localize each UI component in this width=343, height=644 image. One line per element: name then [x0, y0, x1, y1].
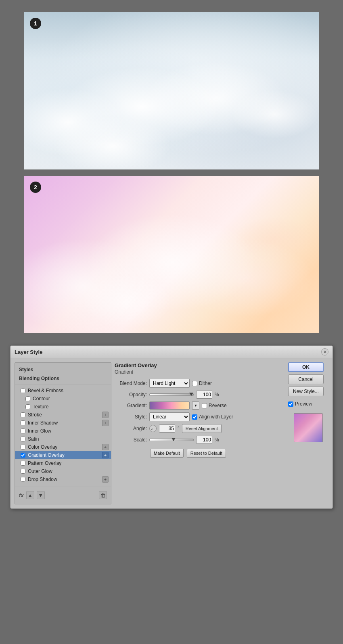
- scale-thumb: [172, 438, 176, 441]
- scale-input[interactable]: [196, 436, 212, 444]
- angle-unit: °: [178, 426, 180, 431]
- inner-shadow-plus-btn[interactable]: +: [102, 420, 109, 426]
- move-up-button[interactable]: ▲: [26, 491, 34, 499]
- reset-default-button[interactable]: Reset to Default: [187, 449, 226, 458]
- outer-glow-checkbox[interactable]: [21, 469, 25, 474]
- gradient-overlay-label: Gradient Overlay: [28, 452, 65, 458]
- dialog-title: Layer Style: [15, 349, 42, 355]
- sidebar-divider-top: [15, 385, 111, 385]
- scale-label: Scale:: [115, 437, 147, 443]
- make-default-button[interactable]: Make Default: [150, 449, 184, 458]
- sidebar-item-texture[interactable]: Texture: [15, 403, 111, 411]
- drop-shadow-checkbox[interactable]: [21, 477, 25, 482]
- sidebar-divider-bottom: [15, 487, 111, 487]
- inner-glow-checkbox[interactable]: [21, 429, 25, 433]
- inner-shadow-label: Inner Shadow: [28, 420, 58, 426]
- drop-shadow-plus-btn[interactable]: +: [102, 476, 109, 483]
- angle-label: Angle:: [115, 426, 147, 431]
- reset-alignment-button[interactable]: Reset Alignment: [182, 424, 222, 433]
- preview-checkbox-label: Preview: [288, 401, 328, 407]
- sidebar-item-satin[interactable]: Satin: [15, 435, 111, 443]
- gradient-dropdown-btn[interactable]: ▼: [192, 401, 199, 410]
- gradient-overlay-plus-btn[interactable]: +: [102, 452, 109, 458]
- image-panels: 1 2: [0, 0, 343, 345]
- angle-dial[interactable]: [149, 425, 157, 432]
- sidebar-footer: fx ▲ ▼ 🗑: [15, 489, 111, 502]
- sidebar-item-outer-glow[interactable]: Outer Glow: [15, 467, 111, 475]
- dialog-titlebar: Layer Style ✕: [10, 346, 333, 358]
- satin-checkbox[interactable]: [21, 437, 25, 441]
- blend-mode-select[interactable]: Hard Light Normal Multiply Screen Overla…: [149, 379, 190, 388]
- layer-style-dialog: Layer Style ✕ Styles Blending Options Be…: [10, 345, 333, 509]
- bevel-emboss-checkbox[interactable]: [21, 388, 25, 393]
- outer-glow-label: Outer Glow: [28, 468, 52, 474]
- stroke-checkbox[interactable]: [21, 412, 25, 417]
- bottom-buttons: Make Default Reset to Default: [115, 449, 285, 458]
- inner-shadow-checkbox[interactable]: [21, 420, 25, 425]
- reverse-checkbox[interactable]: [202, 403, 207, 408]
- angle-input[interactable]: [159, 424, 175, 433]
- stroke-plus-btn[interactable]: +: [102, 412, 109, 418]
- color-overlay-label: Color Overlay: [28, 444, 57, 450]
- close-button[interactable]: ✕: [321, 348, 328, 355]
- pattern-overlay-label: Pattern Overlay: [28, 460, 61, 466]
- blend-mode-label: Blend Mode:: [115, 381, 147, 386]
- angle-row: Angle: ° Reset Alignment: [115, 424, 285, 433]
- sidebar-item-inner-shadow[interactable]: Inner Shadow +: [15, 419, 111, 427]
- gradient-preview[interactable]: [149, 401, 190, 410]
- sidebar-item-gradient-overlay[interactable]: Gradient Overlay +: [15, 451, 111, 459]
- delete-button[interactable]: 🗑: [99, 491, 107, 499]
- sidebar-item-contour[interactable]: Contour: [15, 395, 111, 403]
- badge-2: 2: [30, 182, 41, 193]
- satin-label: Satin: [28, 436, 39, 442]
- gradient-overlay-checkbox[interactable]: [21, 453, 25, 458]
- opacity-slider[interactable]: [149, 393, 194, 396]
- texture-checkbox[interactable]: [25, 404, 30, 409]
- pattern-overlay-checkbox[interactable]: [21, 461, 25, 466]
- sidebar-item-color-overlay[interactable]: Color Overlay +: [15, 443, 111, 451]
- inner-glow-label: Inner Glow: [28, 428, 51, 434]
- color-overlay-plus-btn[interactable]: +: [102, 444, 109, 450]
- texture-label: Texture: [33, 404, 48, 410]
- reverse-checkbox-label: Reverse: [202, 403, 227, 408]
- separator-1: [16, 169, 327, 176]
- blend-mode-row: Blend Mode: Hard Light Normal Multiply S…: [115, 379, 285, 388]
- angle-control: ° Reset Alignment: [149, 424, 285, 433]
- scale-unit: %: [215, 437, 219, 443]
- sidebar-item-pattern-overlay[interactable]: Pattern Overlay: [15, 459, 111, 467]
- cancel-button[interactable]: Cancel: [288, 374, 324, 384]
- layer-style-sidebar: Styles Blending Options Bevel & Emboss C…: [15, 362, 111, 504]
- preview-checkbox[interactable]: [288, 401, 293, 407]
- style-select[interactable]: Linear Radial Angle Reflected Diamond: [149, 412, 190, 421]
- preview-label: Preview: [295, 401, 312, 407]
- style-control: Linear Radial Angle Reflected Diamond Al…: [149, 412, 285, 421]
- blending-options-item[interactable]: Blending Options: [15, 374, 111, 383]
- fx-label: fx: [19, 492, 24, 498]
- move-down-button[interactable]: ▼: [37, 491, 45, 499]
- scale-control: %: [149, 436, 285, 444]
- color-overlay-checkbox[interactable]: [21, 445, 25, 450]
- sidebar-item-inner-glow[interactable]: Inner Glow: [15, 427, 111, 435]
- dither-checkbox-label: Dither: [192, 381, 212, 386]
- dialog-body: Styles Blending Options Bevel & Emboss C…: [10, 358, 333, 508]
- scale-row: Scale: %: [115, 436, 285, 444]
- contour-label: Contour: [33, 396, 50, 401]
- stroke-label: Stroke: [28, 412, 42, 418]
- blend-mode-control: Hard Light Normal Multiply Screen Overla…: [149, 379, 285, 388]
- sidebar-item-drop-shadow[interactable]: Drop Shadow +: [15, 475, 111, 483]
- dither-label: Dither: [199, 381, 212, 386]
- contour-checkbox[interactable]: [25, 396, 30, 401]
- dither-checkbox[interactable]: [192, 381, 197, 386]
- ok-button[interactable]: OK: [288, 362, 324, 372]
- opacity-input[interactable]: [196, 391, 212, 399]
- sidebar-item-bevel-emboss[interactable]: Bevel & Emboss: [15, 387, 111, 395]
- sidebar-item-stroke[interactable]: Stroke +: [15, 411, 111, 419]
- opacity-row: Opacity: %: [115, 391, 285, 399]
- scale-slider[interactable]: [149, 439, 194, 441]
- opacity-unit: %: [215, 392, 219, 397]
- align-checkbox[interactable]: [192, 414, 197, 420]
- bevel-emboss-label: Bevel & Emboss: [28, 388, 63, 393]
- opacity-control: %: [149, 391, 285, 399]
- badge-1: 1: [30, 18, 41, 29]
- new-style-button[interactable]: New Style...: [288, 387, 324, 396]
